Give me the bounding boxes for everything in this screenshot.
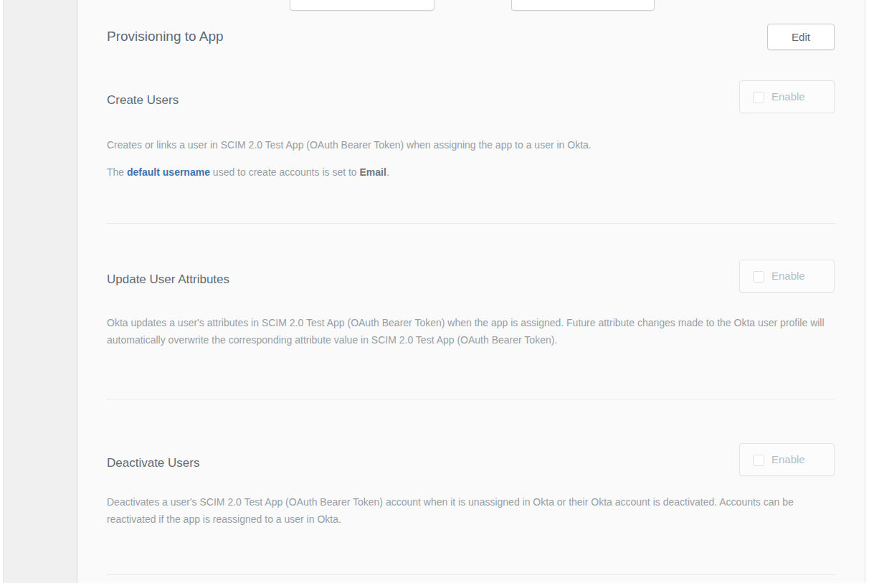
checkbox-icon[interactable]: [753, 455, 764, 466]
page-title: Provisioning to App: [107, 29, 224, 44]
edit-button[interactable]: Edit: [767, 24, 835, 50]
note-suffix: .: [386, 166, 389, 178]
update-user-attributes-enable-toggle[interactable]: Enable: [739, 260, 835, 293]
default-username-link[interactable]: default username: [127, 166, 210, 178]
note-prefix: The: [107, 166, 127, 178]
truncated-input-left[interactable]: [290, 0, 434, 11]
note-bold-value: Email: [360, 166, 386, 178]
note-middle: used to create accounts is set to: [210, 166, 360, 178]
section-title-create-users: Create Users: [107, 93, 179, 108]
deactivate-users-enable-toggle[interactable]: Enable: [739, 443, 835, 476]
checkbox-icon[interactable]: [753, 271, 764, 283]
enable-label: Enable: [771, 260, 805, 292]
create-users-enable-toggle[interactable]: Enable: [739, 80, 835, 113]
truncated-input-right[interactable]: [511, 0, 655, 11]
checkbox-icon[interactable]: [753, 92, 764, 103]
section-divider: [107, 399, 835, 399]
enable-label: Enable: [771, 81, 805, 113]
section-title-update-user-attributes: Update User Attributes: [107, 272, 229, 287]
deactivate-users-description: Deactivates a user's SCIM 2.0 Test App (…: [107, 493, 838, 528]
left-sidebar: [3, 0, 77, 583]
enable-label: Enable: [771, 444, 805, 475]
create-users-description: Creates or links a user in SCIM 2.0 Test…: [107, 136, 838, 153]
provisioning-panel: Provisioning to App Edit Create Users En…: [78, 0, 865, 583]
section-divider: [107, 574, 835, 575]
update-user-attributes-description: Okta updates a user's attributes in SCIM…: [107, 314, 838, 348]
create-users-note: The default username used to create acco…: [107, 163, 838, 181]
section-divider: [107, 223, 835, 224]
okta-provisioning-page: Provisioning to App Edit Create Users En…: [0, 0, 869, 588]
section-title-deactivate-users: Deactivate Users: [107, 456, 199, 470]
